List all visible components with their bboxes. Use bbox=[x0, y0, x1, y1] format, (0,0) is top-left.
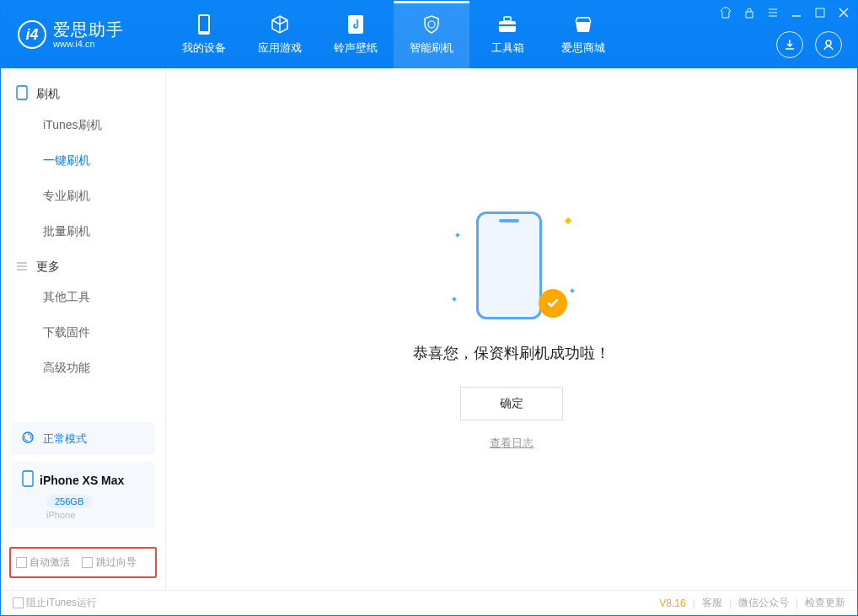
user-icon[interactable] bbox=[815, 31, 842, 58]
status-check-update[interactable]: 检查更新 bbox=[805, 596, 845, 610]
sidebar-checks-highlight: 自动激活 跳过向导 bbox=[9, 547, 157, 578]
nav: 我的设备 应用游戏 铃声壁纸 智能刷机 工具箱 爱思商城 bbox=[166, 1, 621, 68]
view-log-link[interactable]: 查看日志 bbox=[490, 436, 534, 451]
storage-badge: 256GB bbox=[46, 495, 92, 508]
svg-rect-1 bbox=[200, 16, 208, 31]
version-label: V8.16 bbox=[659, 597, 685, 609]
maximize-icon[interactable] bbox=[813, 6, 827, 19]
sidebar-device-area: 正常模式 iPhone XS Max 256GB iPhone bbox=[1, 415, 165, 542]
svg-rect-7 bbox=[746, 12, 753, 18]
svg-rect-11 bbox=[23, 471, 33, 486]
device-info-card[interactable]: iPhone XS Max 256GB iPhone bbox=[11, 462, 155, 528]
svg-rect-4 bbox=[504, 17, 511, 21]
check-icon bbox=[539, 289, 567, 318]
menu-icon[interactable] bbox=[766, 6, 780, 19]
list-icon bbox=[16, 260, 28, 275]
phone-icon bbox=[193, 13, 215, 35]
svg-rect-3 bbox=[499, 21, 516, 32]
lock-icon[interactable] bbox=[743, 6, 756, 19]
sidebar-item-itunes-flash[interactable]: iTunes刷机 bbox=[1, 108, 165, 143]
nav-flash[interactable]: 智能刷机 bbox=[394, 1, 469, 68]
tshirt-icon[interactable] bbox=[719, 6, 732, 19]
sidebar-item-advanced[interactable]: 高级功能 bbox=[1, 351, 165, 386]
sidebar-group-more: 更多 bbox=[1, 249, 165, 280]
svg-rect-8 bbox=[816, 8, 824, 17]
sidebar-item-pro-flash[interactable]: 专业刷机 bbox=[1, 179, 165, 214]
titlebar: i4 爱思助手 www.i4.cn 我的设备 应用游戏 铃声壁纸 智能刷机 工具… bbox=[1, 1, 857, 68]
statusbar: 阻止iTunes运行 V8.16 | 客服 | 微信公众号 | 检查更新 bbox=[1, 590, 857, 615]
skip-guide-checkbox[interactable]: 跳过向导 bbox=[82, 555, 136, 570]
sidebar-item-oneclick-flash[interactable]: 一键刷机 bbox=[1, 143, 165, 179]
download-icon[interactable] bbox=[776, 31, 803, 58]
logo-text: 爱思助手 www.i4.cn bbox=[53, 20, 124, 49]
content: 刷机 iTunes刷机 一键刷机 专业刷机 批量刷机 更多 其他工具 下载固件 … bbox=[1, 68, 857, 590]
music-file-icon bbox=[345, 13, 367, 35]
nav-store[interactable]: 爱思商城 bbox=[545, 1, 621, 68]
device-icon bbox=[16, 85, 28, 103]
success-illustration bbox=[461, 208, 562, 326]
main-pane: 恭喜您，保资料刷机成功啦！ 确定 查看日志 bbox=[166, 68, 857, 590]
status-service[interactable]: 客服 bbox=[702, 596, 722, 610]
svg-rect-5 bbox=[499, 24, 516, 26]
minimize-icon[interactable] bbox=[790, 6, 803, 19]
device-mode-card[interactable]: 正常模式 bbox=[11, 422, 155, 455]
toolbox-icon bbox=[496, 13, 518, 35]
cube-icon bbox=[269, 13, 291, 35]
sidebar-group-flash: 刷机 bbox=[1, 75, 165, 108]
device-name: iPhone XS Max bbox=[40, 474, 124, 487]
device-type: iPhone bbox=[46, 510, 145, 520]
header-right bbox=[776, 31, 842, 58]
logo-icon: i4 bbox=[18, 20, 46, 49]
svg-rect-9 bbox=[17, 86, 27, 99]
shield-refresh-icon bbox=[421, 13, 442, 35]
block-itunes-checkbox[interactable]: 阻止iTunes运行 bbox=[13, 596, 97, 610]
ok-button[interactable]: 确定 bbox=[460, 387, 563, 420]
nav-apps[interactable]: 应用游戏 bbox=[242, 1, 318, 68]
store-icon bbox=[572, 13, 594, 35]
nav-ringtones[interactable]: 铃声壁纸 bbox=[318, 1, 394, 68]
success-text: 恭喜您，保资料刷机成功啦！ bbox=[413, 343, 610, 363]
sidebar: 刷机 iTunes刷机 一键刷机 专业刷机 批量刷机 更多 其他工具 下载固件 … bbox=[1, 68, 166, 590]
logo[interactable]: i4 爱思助手 www.i4.cn bbox=[1, 20, 166, 49]
nav-toolbox[interactable]: 工具箱 bbox=[469, 1, 545, 68]
sidebar-item-other-tools[interactable]: 其他工具 bbox=[1, 280, 165, 315]
phone-small-icon bbox=[21, 470, 35, 490]
status-wechat[interactable]: 微信公众号 bbox=[738, 596, 789, 610]
sidebar-item-download-firmware[interactable]: 下载固件 bbox=[1, 315, 165, 351]
close-icon[interactable] bbox=[837, 6, 850, 19]
nav-my-device[interactable]: 我的设备 bbox=[166, 1, 242, 68]
sidebar-item-batch-flash[interactable]: 批量刷机 bbox=[1, 214, 165, 249]
refresh-icon bbox=[21, 431, 35, 447]
auto-activate-checkbox[interactable]: 自动激活 bbox=[16, 555, 70, 570]
svg-point-6 bbox=[826, 40, 831, 46]
window-buttons bbox=[719, 6, 850, 19]
